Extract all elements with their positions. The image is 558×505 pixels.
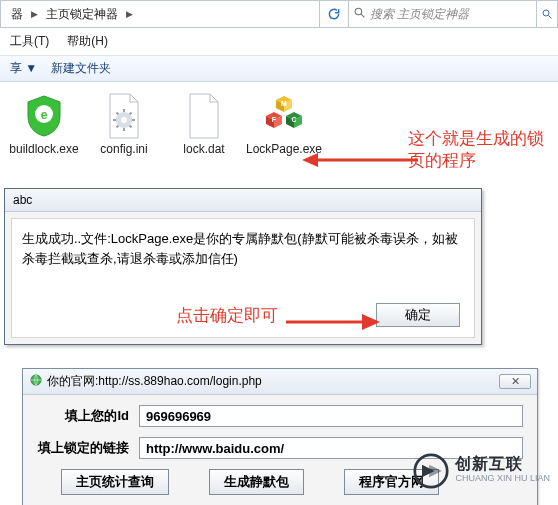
svg-line-3 xyxy=(549,16,552,19)
svg-marker-29 xyxy=(302,153,318,167)
gear-file-icon xyxy=(102,92,146,140)
svg-line-12 xyxy=(117,113,119,115)
svg-text:F: F xyxy=(272,116,277,123)
file-label: config.ini xyxy=(100,142,147,156)
dialog-title: abc xyxy=(5,189,481,212)
url-label: 填上锁定的链接 xyxy=(37,439,129,457)
id-label: 填上您的Id xyxy=(37,407,129,425)
refresh-cell xyxy=(319,1,348,27)
annotation-ok: 点击确定即可 xyxy=(176,304,278,327)
generate-silent-button[interactable]: 生成静默包 xyxy=(209,469,304,495)
panel-title-text: 你的官网:http://ss.889hao.com/login.php xyxy=(47,373,262,390)
arrow-left-icon xyxy=(300,150,420,182)
search-placeholder: 搜索 主页锁定神器 xyxy=(370,6,469,23)
breadcrumb-seg-1[interactable]: 器 xyxy=(5,4,29,25)
menu-help[interactable]: 帮助(H) xyxy=(67,33,108,50)
watermark-en: CHUANG XIN HU LIAN xyxy=(455,471,550,485)
toolbar-share[interactable]: 享 ▼ xyxy=(10,60,37,77)
search-icon xyxy=(353,6,366,22)
file-item-lockdat[interactable]: lock.dat xyxy=(174,92,234,156)
svg-text:M: M xyxy=(281,100,287,107)
svg-line-1 xyxy=(361,14,364,17)
annotation-lockpage: 这个就是生成的锁 页的程序 xyxy=(408,128,544,172)
close-icon: ✕ xyxy=(511,375,520,388)
globe-icon xyxy=(29,373,43,390)
ok-button[interactable]: 确定 xyxy=(376,303,460,327)
close-button[interactable]: ✕ xyxy=(499,374,531,389)
breadcrumb-seg-2[interactable]: 主页锁定神器 xyxy=(40,4,124,25)
svg-text:C: C xyxy=(291,116,296,123)
explorer-toolbar: 享 ▼ 新建文件夹 xyxy=(0,55,558,82)
svg-point-7 xyxy=(121,117,127,123)
menu-bar: 工具(T) 帮助(H) xyxy=(0,28,558,55)
refresh-icon[interactable] xyxy=(326,6,342,22)
watermark: 创新互联 CHUANG XIN HU LIAN xyxy=(413,453,550,489)
svg-point-0 xyxy=(355,8,362,15)
mfc-cubes-icon: M F C xyxy=(262,92,306,140)
stats-query-button[interactable]: 主页统计查询 xyxy=(61,469,169,495)
chevron-right-icon: ▶ xyxy=(29,9,40,19)
svg-line-13 xyxy=(130,126,132,128)
address-bar: 器 ▶ 主页锁定神器 ▶ 搜索 主页锁定神器 xyxy=(0,0,558,28)
toolbar-new-folder[interactable]: 新建文件夹 xyxy=(51,60,111,77)
file-label: buildlock.exe xyxy=(9,142,78,156)
file-item-config[interactable]: config.ini xyxy=(94,92,154,156)
shield-e-icon: e xyxy=(22,92,66,140)
svg-text:e: e xyxy=(41,108,48,122)
file-item-buildlock[interactable]: e buildlock.exe xyxy=(14,92,74,156)
svg-line-15 xyxy=(130,113,132,115)
search-dropdown-icon[interactable] xyxy=(536,1,557,27)
chevron-right-icon: ▶ xyxy=(124,9,135,19)
menu-tools[interactable]: 工具(T) xyxy=(10,33,49,50)
watermark-cn: 创新互联 xyxy=(455,457,550,471)
panel-titlebar: 你的官网:http://ss.889hao.com/login.php ✕ xyxy=(23,369,537,395)
svg-line-14 xyxy=(117,126,119,128)
file-label: lock.dat xyxy=(183,142,224,156)
dialog-message: 生成成功..文件:LockPage.exe是你的专属静默包(静默可能被杀毒误杀，… xyxy=(22,229,464,269)
svg-marker-31 xyxy=(362,314,380,330)
blank-file-icon xyxy=(182,92,226,140)
watermark-logo-icon xyxy=(413,453,449,489)
breadcrumb[interactable]: 器 ▶ 主页锁定神器 ▶ xyxy=(1,4,139,25)
svg-point-2 xyxy=(543,10,549,16)
search-input[interactable]: 搜索 主页锁定神器 xyxy=(348,1,537,27)
arrow-right-icon xyxy=(284,310,384,340)
file-item-lockpage[interactable]: M F C LockPage.exe xyxy=(254,92,314,156)
id-input[interactable] xyxy=(139,405,523,427)
